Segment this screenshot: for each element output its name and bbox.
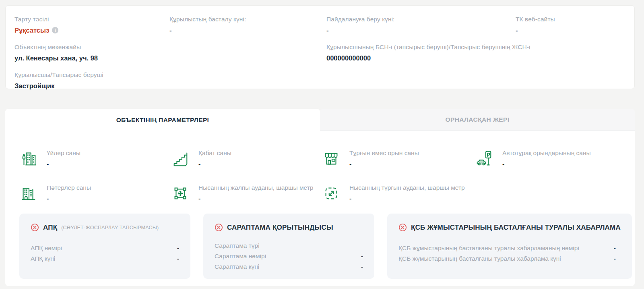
row-value: - <box>361 261 363 272</box>
param-label: Нысанның жалпы ауданы, шаршы метр <box>198 184 313 191</box>
field-value: - <box>516 26 625 34</box>
expertise-number-row: Сараптама нөмірі - <box>215 251 363 261</box>
missing-cross-icon <box>31 223 39 232</box>
field-builder-bin: Құрылысшының БСН-і (тапсырыс беруші)/Тап… <box>326 43 625 62</box>
object-address-value: ул. Кенесары хана, уч. 98 <box>14 54 169 62</box>
field-label: Объектінің мекенжайы <box>14 43 169 51</box>
ksb-number-row: ҚСБ жұмыстарының басталғаны туралы хабар… <box>398 243 621 253</box>
expertise-type-row: Сараптама түрі <box>215 241 363 251</box>
param-label: Қабат саны <box>198 149 231 157</box>
parameters-grid: Үйлер саны - Қабат саны - <box>14 149 626 203</box>
row-value: - <box>361 251 363 261</box>
apz-card-subtitle: (СӘУЛЕТ-ЖОСПАРЛАУ ТАПСЫРМАСЫ) <box>61 225 159 230</box>
row-value: - <box>177 243 179 253</box>
object-parameters-panel: Үйлер саны - Қабат саны - <box>5 131 635 286</box>
ksb-card-title: ҚСБ ЖҰМЫСТАРЫНЫҢ БАСТАЛҒАНЫ ТУРАЛЫ ХАБАР… <box>411 224 621 232</box>
row-label: ҚСБ жұмыстарының басталғаны туралы хабар… <box>398 253 561 264</box>
row-label: Сараптама түрі <box>215 241 260 251</box>
missing-cross-icon <box>215 223 223 232</box>
tab-object-parameters[interactable]: ОБЪЕКТІНІҢ ПАРАМЕТРЛЕРІ <box>5 109 320 131</box>
field-object-address: Объектінің мекенжайы ул. Кенесары хана, … <box>14 43 169 62</box>
field-label: Құрылысшының БСН-і (тапсырыс беруші)/Тап… <box>326 43 625 51</box>
attraction-method-value: Рұқсатсыз <box>14 26 49 34</box>
param-living-area: Нысанның тұрғын ауданы, шаршы метр - <box>322 184 475 203</box>
field-attraction-method: Тарту тәсілі Рұқсатсыз i <box>14 15 169 34</box>
field-label: ТК веб-сайты <box>516 15 625 23</box>
field-builder-name: Құрылысшы/Тапсырыс беруші Застройщик <box>14 71 169 90</box>
param-value: - <box>502 160 591 168</box>
object-summary-card: Тарту тәсілі Рұқсатсыз i Құрылыстың баст… <box>5 5 635 89</box>
param-label: Тұрғын емес орын саны <box>349 149 419 157</box>
param-floors-count: Қабат саны - <box>171 149 322 168</box>
param-value: - <box>349 160 419 168</box>
expertise-date-row: Сараптама күні - <box>215 261 363 272</box>
param-label: Пәтерлер саны <box>47 184 91 191</box>
field-commissioning-date: Пайдалануға беру күні: - <box>326 15 516 34</box>
row-value: - <box>614 253 616 264</box>
stairs-icon <box>171 149 190 168</box>
field-label: Пайдалануға беру күні: <box>326 15 516 23</box>
param-value: - <box>349 195 465 202</box>
total-area-icon <box>171 184 190 203</box>
param-parking-count: Автотұрақ орындарының саны - <box>475 149 626 168</box>
ksb-notification-card: ҚСБ ЖҰМЫСТАРЫНЫҢ БАСТАЛҒАНЫ ТУРАЛЫ ХАБАР… <box>387 214 632 279</box>
param-value: - <box>47 195 91 202</box>
expertise-card: САРАПТАМА ҚОРЫТЫНДЫСЫ Сараптама түрі Сар… <box>203 214 374 279</box>
apz-date-row: АПҚ күні - <box>31 253 179 264</box>
param-label: Нысанның тұрғын ауданы, шаршы метр <box>349 184 465 191</box>
apz-number-row: АПҚ нөмірі - <box>31 243 179 253</box>
param-label: Автотұрақ орындарының саны <box>502 149 591 157</box>
parking-icon <box>475 149 493 168</box>
living-area-icon <box>322 184 341 203</box>
apz-card: АПҚ (СӘУЛЕТ-ЖОСПАРЛАУ ТАПСЫРМАСЫ) АПҚ нө… <box>19 214 190 279</box>
builder-name-value: Застройщик <box>14 82 169 90</box>
documents-row: АПҚ (СӘУЛЕТ-ЖОСПАРЛАУ ТАПСЫРМАСЫ) АПҚ нө… <box>14 214 626 279</box>
expertise-card-title: САРАПТАМА ҚОРЫТЫНДЫСЫ <box>227 224 333 232</box>
shop-icon <box>322 149 341 168</box>
param-total-area: Нысанның жалпы ауданы, шаршы метр - <box>171 184 322 203</box>
apartments-icon <box>19 184 38 203</box>
field-value: - <box>326 26 516 34</box>
tab-location[interactable]: ОРНАЛАСҚАН ЖЕРІ <box>320 109 635 131</box>
row-value: - <box>177 253 179 264</box>
param-value: - <box>47 160 80 168</box>
apz-card-title: АПҚ <box>43 224 57 232</box>
row-label: АПҚ күні <box>31 253 55 264</box>
param-value: - <box>198 160 231 168</box>
tab-bar: ОБЪЕКТІНІҢ ПАРАМЕТРЛЕРІ ОРНАЛАСҚАН ЖЕРІ <box>5 109 635 131</box>
builder-bin-value: 000000000000 <box>326 54 625 62</box>
field-construction-start-date: Құрылыстың басталу күні: - <box>169 15 326 34</box>
row-label: Сараптама күні <box>215 261 259 272</box>
field-label: Құрылыстың басталу күні: <box>169 15 326 23</box>
field-website: ТК веб-сайты - <box>516 15 625 34</box>
buildings-icon <box>19 149 38 168</box>
field-label: Тарту тәсілі <box>14 15 169 23</box>
info-icon[interactable]: i <box>52 27 58 33</box>
row-label: АПҚ нөмірі <box>31 243 62 253</box>
row-value: - <box>614 243 616 253</box>
ksb-date-row: ҚСБ жұмыстарының басталғаны туралы хабар… <box>398 253 621 264</box>
param-apartments-count: Пәтерлер саны - <box>19 184 171 203</box>
field-value: - <box>169 26 326 34</box>
field-label: Құрылысшы/Тапсырыс беруші <box>14 71 169 79</box>
param-value: - <box>198 195 313 202</box>
param-label: Үйлер саны <box>47 149 80 157</box>
page-background: Тарту тәсілі Рұқсатсыз i Құрылыстың баст… <box>0 0 644 289</box>
param-houses-count: Үйлер саны - <box>19 149 171 168</box>
row-label: ҚСБ жұмыстарының басталғаны туралы хабар… <box>398 243 579 253</box>
missing-cross-icon <box>398 223 407 232</box>
row-label: Сараптама нөмірі <box>215 251 266 261</box>
param-nonresidential-count: Тұрғын емес орын саны - <box>322 149 475 168</box>
